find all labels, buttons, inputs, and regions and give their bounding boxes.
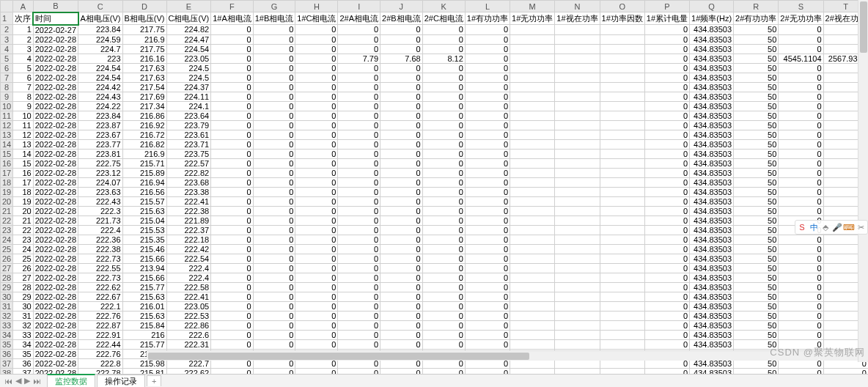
header-cell-B[interactable]: 时间 [33,12,78,25]
cell-N12[interactable] [555,120,600,130]
cell-B32[interactable]: 2022-02-28 [33,311,78,320]
row-header-10[interactable]: 10 [1,101,13,111]
row-header-8[interactable]: 8 [1,82,13,92]
cell-R32[interactable]: 50 [734,311,779,320]
cell-A6[interactable]: 5 [13,63,34,73]
cell-M33[interactable] [510,320,555,330]
cell-Q16[interactable]: 434.83503 [690,158,734,168]
cell-L30[interactable]: 0 [465,292,510,301]
cell-E38[interactable]: 222.62 [166,368,211,374]
cell-O22[interactable] [600,215,644,225]
cell-M27[interactable] [510,263,555,273]
cell-S5[interactable]: 4545.1104 [779,54,823,63]
cell-C25[interactable]: 222.38 [78,244,123,254]
cell-D34[interactable]: 216 [122,330,166,339]
cell-E16[interactable]: 222.57 [166,158,211,168]
cell-R28[interactable]: 50 [734,273,779,282]
cell-R31[interactable]: 50 [734,301,779,311]
header-cell-R[interactable]: 2#有功功率 [734,12,779,25]
cell-F23[interactable]: 0 [211,225,254,235]
cell-O28[interactable] [600,273,644,282]
cell-N5[interactable] [555,54,600,63]
cell-L32[interactable]: 0 [465,311,510,320]
cell-N13[interactable] [555,130,600,139]
header-cell-J[interactable]: 2#B相电流 [380,12,423,25]
cell-B35[interactable]: 2022-02-28 [33,339,78,349]
cell-A38[interactable]: 37 [13,368,34,374]
cell-S32[interactable]: 0 [779,311,823,320]
cell-F35[interactable]: 0 [211,339,254,349]
cell-M23[interactable] [510,225,555,235]
cell-M5[interactable] [510,54,555,63]
cell-S12[interactable]: 0 [779,120,823,130]
cell-D12[interactable]: 216.92 [122,120,166,130]
cell-P4[interactable]: 0 [644,44,689,54]
cell-O20[interactable] [600,196,644,206]
cell-L6[interactable]: 0 [465,63,510,73]
cell-R15[interactable]: 50 [734,149,779,158]
cell-I35[interactable]: 0 [338,339,380,349]
cell-J9[interactable]: 0 [380,92,423,101]
cell-S2[interactable]: 0 [779,25,823,35]
cell-A9[interactable]: 8 [13,92,34,101]
cell-E28[interactable]: 222.4 [166,273,211,282]
cell-P30[interactable]: 0 [644,292,689,301]
cell-H33[interactable]: 0 [295,320,338,330]
cell-E25[interactable]: 222.42 [166,244,211,254]
cell-H14[interactable]: 0 [295,139,338,149]
cell-Q9[interactable]: 434.83503 [690,92,734,101]
cell-S31[interactable]: 0 [779,301,823,311]
cell-C4[interactable]: 224.7 [78,44,123,54]
cell-M16[interactable] [510,158,555,168]
cell-A33[interactable]: 32 [13,320,34,330]
cell-M12[interactable] [510,120,555,130]
cell-N28[interactable] [555,273,600,282]
cell-I23[interactable]: 0 [338,225,380,235]
cell-P23[interactable]: 0 [644,225,689,235]
cell-G22[interactable]: 0 [253,215,295,225]
cell-I31[interactable]: 0 [338,301,380,311]
cell-J4[interactable]: 0 [380,44,423,54]
cell-E17[interactable]: 222.82 [166,168,211,177]
cell-N33[interactable] [555,320,600,330]
cell-E15[interactable]: 223.75 [166,149,211,158]
cell-N29[interactable] [555,282,600,292]
cell-R24[interactable]: 50 [734,235,779,244]
cell-P34[interactable]: 0 [644,330,689,339]
cell-K29[interactable]: 0 [422,282,465,292]
cell-L23[interactable]: 0 [465,225,510,235]
cell-R23[interactable]: 50 [734,225,779,235]
cell-G7[interactable]: 0 [253,73,295,82]
cell-Q22[interactable]: 434.83503 [690,215,734,225]
cell-B26[interactable]: 2022-02-28 [33,254,78,263]
cell-I5[interactable]: 7.79 [338,54,380,63]
cell-K8[interactable]: 0 [422,82,465,92]
cell-G33[interactable]: 0 [253,320,295,330]
cell-F20[interactable]: 0 [211,196,254,206]
cell-L14[interactable]: 0 [465,139,510,149]
cell-H31[interactable]: 0 [295,301,338,311]
cell-J10[interactable]: 0 [380,101,423,111]
cell-K32[interactable]: 0 [422,311,465,320]
cell-D23[interactable]: 215.53 [122,225,166,235]
cell-M19[interactable] [510,187,555,196]
cell-I9[interactable]: 0 [338,92,380,101]
cell-C11[interactable]: 223.84 [78,111,123,120]
cell-M18[interactable] [510,177,555,187]
cell-H7[interactable]: 0 [295,73,338,82]
cell-K14[interactable]: 0 [422,139,465,149]
cell-K7[interactable]: 0 [422,73,465,82]
cell-Q8[interactable]: 434.83503 [690,82,734,92]
cell-C34[interactable]: 222.91 [78,330,123,339]
cell-O31[interactable] [600,301,644,311]
cell-E34[interactable]: 222.6 [166,330,211,339]
sheet-tab-monitor[interactable]: 监控数据 [47,374,95,387]
cell-M17[interactable] [510,168,555,177]
cell-B24[interactable]: 2022-02-28 [33,235,78,244]
cell-O8[interactable] [600,82,644,92]
cell-J32[interactable]: 0 [380,311,423,320]
cell-O18[interactable] [600,177,644,187]
cell-D9[interactable]: 217.69 [122,92,166,101]
cell-C9[interactable]: 224.43 [78,92,123,101]
cell-H27[interactable]: 0 [295,263,338,273]
